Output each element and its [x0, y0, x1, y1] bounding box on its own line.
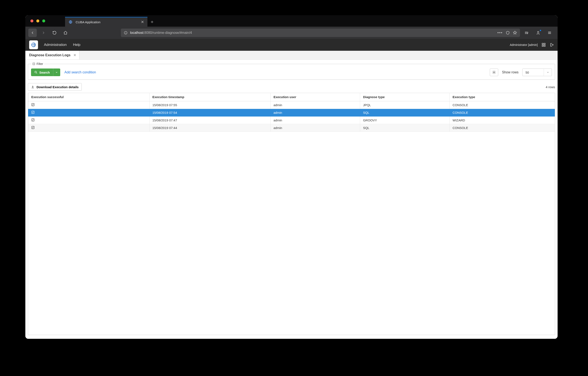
- library-icon[interactable]: [523, 29, 531, 37]
- rows-count-label: 4 rows: [546, 85, 555, 89]
- browser-toolbar: localhost:8080/runtime-diagnose/#main/4 …: [25, 27, 557, 39]
- page-actions-icon[interactable]: •••: [497, 31, 503, 35]
- page-tab-diagnose-logs[interactable]: Diagnose Execution Logs ✕: [25, 51, 79, 59]
- table-header-row: Execution successful Execution timestamp…: [28, 93, 555, 101]
- cell-user: admin: [271, 109, 360, 116]
- gear-icon: [492, 70, 496, 74]
- svg-rect-4: [542, 43, 543, 45]
- svg-rect-5: [544, 43, 545, 45]
- execution-logs-table: Execution successful Execution timestamp…: [28, 93, 555, 335]
- cell-exec: WIZARD: [450, 116, 555, 124]
- cell-user: admin: [271, 101, 360, 109]
- app-logo[interactable]: [29, 40, 38, 49]
- cell-success: [28, 124, 149, 132]
- column-header-timestamp[interactable]: Execution timestamp: [149, 93, 271, 101]
- cell-timestamp: 15/08/2019 07:47: [149, 116, 271, 124]
- table-row[interactable]: 15/08/2019 07:47adminGROOVYWIZARD: [28, 116, 555, 124]
- chevron-down-icon: [544, 69, 552, 76]
- filter-legend: Filter: [31, 62, 44, 66]
- filter-legend-text: Filter: [37, 62, 43, 66]
- cell-timestamp: 15/08/2019 07:44: [149, 124, 271, 132]
- url-host: localhost: [130, 31, 143, 34]
- search-button-label: Search: [39, 71, 50, 74]
- address-bar[interactable]: localhost:8080/runtime-diagnose/#main/4 …: [121, 29, 520, 37]
- minimize-window-button[interactable]: [36, 20, 39, 22]
- cell-diagnose: SQL: [360, 109, 450, 116]
- browser-right-controls: [523, 29, 554, 37]
- search-button[interactable]: Search: [31, 68, 53, 76]
- table-toolbar: Download Execution details 4 rows: [28, 83, 555, 91]
- check-icon: [31, 118, 35, 122]
- cell-exec: CONSOLE: [450, 101, 555, 109]
- table-row[interactable]: 15/08/2019 07:55adminJPQLCONSOLE: [28, 101, 555, 109]
- home-button[interactable]: [61, 29, 70, 37]
- logout-icon[interactable]: [550, 43, 554, 47]
- maximize-window-button[interactable]: [42, 20, 45, 22]
- reader-mode-icon[interactable]: [506, 31, 510, 35]
- show-rows-select[interactable]: 50: [522, 68, 552, 76]
- cell-diagnose: JPQL: [360, 101, 450, 109]
- search-dropdown-button[interactable]: [53, 68, 60, 76]
- show-rows-label: Show rows: [502, 70, 518, 74]
- back-button[interactable]: [28, 29, 37, 37]
- download-icon: [31, 85, 34, 88]
- filter-settings-button[interactable]: [490, 68, 498, 76]
- cell-exec: CONSOLE: [450, 124, 555, 132]
- window-controls: [25, 15, 50, 27]
- page-tab-close-icon[interactable]: ✕: [74, 53, 76, 57]
- bookmark-icon[interactable]: [513, 31, 517, 35]
- check-icon: [31, 111, 35, 114]
- menu-help[interactable]: Help: [73, 43, 81, 47]
- cell-timestamp: 15/08/2019 07:55: [149, 101, 271, 109]
- column-header-diagnose[interactable]: Diagnose type: [360, 93, 450, 101]
- table-row[interactable]: 15/08/2019 07:44adminSQLCONSOLE: [28, 124, 555, 132]
- svg-point-2: [537, 31, 539, 33]
- svg-rect-7: [544, 45, 545, 46]
- cell-timestamp: 15/08/2019 07:54: [149, 109, 271, 116]
- filter-collapse-icon[interactable]: [32, 62, 35, 65]
- cell-diagnose: SQL: [360, 124, 450, 132]
- new-tab-button[interactable]: ＋: [147, 17, 157, 27]
- browser-tab-close-icon[interactable]: ✕: [141, 20, 144, 24]
- menu-icon[interactable]: [545, 29, 554, 37]
- app-user-area: Administrator [admin]: [510, 43, 554, 47]
- column-header-success[interactable]: Execution successful: [28, 93, 149, 101]
- cell-user: admin: [271, 116, 360, 124]
- browser-tab-bar: CUBA Application ✕ ＋: [25, 15, 557, 27]
- browser-tab[interactable]: CUBA Application ✕: [65, 17, 147, 27]
- column-header-exec[interactable]: Execution type: [450, 93, 555, 101]
- page-tabs: Diagnose Execution Logs ✕: [25, 51, 557, 60]
- page-content: Filter Search: [25, 60, 557, 339]
- chevron-down-icon: [55, 71, 58, 74]
- download-button-label: Download Execution details: [37, 85, 79, 89]
- close-window-button[interactable]: [31, 20, 33, 22]
- reload-button[interactable]: [50, 29, 59, 37]
- account-icon[interactable]: [534, 29, 542, 37]
- cell-success: [28, 109, 149, 116]
- cell-success: [28, 116, 149, 124]
- page-tab-label: Diagnose Execution Logs: [29, 53, 71, 57]
- forward-button[interactable]: [39, 29, 48, 37]
- column-header-user[interactable]: Execution user: [271, 93, 360, 101]
- download-execution-details-button[interactable]: Download Execution details: [28, 83, 82, 91]
- svg-point-9: [35, 71, 37, 73]
- current-user-label: Administrator [admin]: [510, 43, 538, 46]
- url-path: :8080/runtime-diagnose/#main/4: [143, 31, 192, 34]
- app-main-menu: Administration Help: [44, 43, 81, 47]
- cell-success: [28, 101, 149, 109]
- search-icon: [34, 71, 38, 74]
- show-rows-value: 50: [525, 71, 529, 74]
- url-text: localhost:8080/runtime-diagnose/#main/4: [130, 31, 192, 35]
- new-window-icon[interactable]: [542, 43, 546, 47]
- svg-point-10: [494, 72, 495, 73]
- search-button-group: Search: [31, 68, 60, 76]
- cell-user: admin: [271, 124, 360, 132]
- site-info-icon[interactable]: [124, 31, 127, 35]
- filter-panel: Filter Search: [28, 62, 555, 80]
- menu-administration[interactable]: Administration: [44, 43, 67, 47]
- url-actions: •••: [497, 31, 517, 35]
- cell-diagnose: GROOVY: [360, 116, 450, 124]
- app-bar: Administration Help Administrator [admin…: [25, 39, 557, 51]
- add-search-condition-link[interactable]: Add search condition: [64, 70, 96, 74]
- table-row[interactable]: 15/08/2019 07:54adminSQLCONSOLE: [28, 109, 555, 116]
